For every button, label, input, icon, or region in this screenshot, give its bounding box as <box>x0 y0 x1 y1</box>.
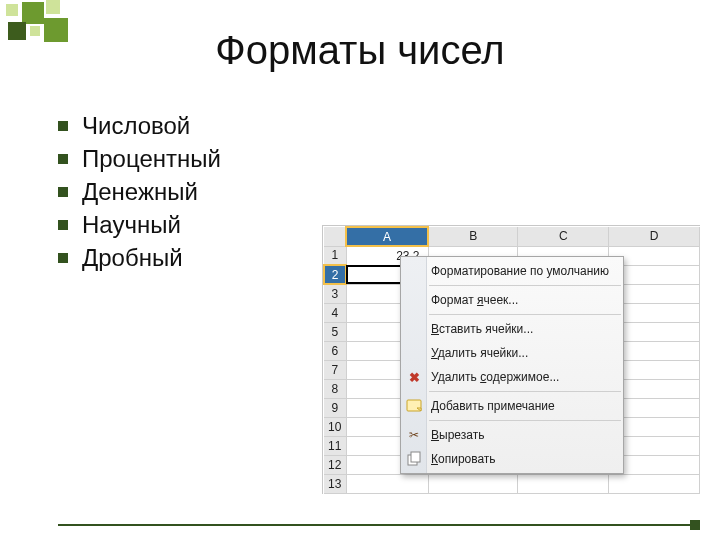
row-header[interactable]: 3 <box>324 284 346 303</box>
menu-item-label: Удалить ячейки... <box>431 346 528 360</box>
cell[interactable] <box>518 474 609 493</box>
deco-square <box>44 18 68 42</box>
bullet-square-icon <box>58 154 68 164</box>
deco-square <box>30 26 40 36</box>
note-icon <box>405 397 423 415</box>
cut-icon: ✂ <box>405 426 423 444</box>
bullet-label: Научный <box>82 208 181 241</box>
row-header[interactable]: 2 <box>324 265 346 284</box>
row-header[interactable]: 10 <box>324 417 346 436</box>
row-header[interactable]: 7 <box>324 360 346 379</box>
copy-icon <box>405 450 423 468</box>
menu-item[interactable]: Вставить ячейки... <box>401 317 623 341</box>
menu-item[interactable]: Добавить примечание <box>401 394 623 418</box>
menu-item[interactable]: Форматирование по умолчанию <box>401 259 623 283</box>
menu-item-label: Добавить примечание <box>431 399 555 413</box>
bullet-label: Числовой <box>82 109 190 142</box>
bullet-label: Дробный <box>82 241 183 274</box>
bullet-square-icon <box>58 220 68 230</box>
column-header-C[interactable]: C <box>518 227 609 246</box>
context-menu: Форматирование по умолчаниюФормат ячеек.… <box>400 256 624 474</box>
menu-item-label: Копировать <box>431 452 496 466</box>
deco-square <box>46 0 60 14</box>
bullet-item: Числовой <box>58 109 221 142</box>
column-header-D[interactable]: D <box>609 227 700 246</box>
deco-square <box>8 22 26 40</box>
bullet-square-icon <box>58 121 68 131</box>
deco-square <box>6 4 18 16</box>
menu-item[interactable]: ✂Вырезать <box>401 423 623 447</box>
bullet-label: Денежный <box>82 175 198 208</box>
menu-item[interactable]: Удалить ячейки... <box>401 341 623 365</box>
bullet-item: Денежный <box>58 175 221 208</box>
menu-item-label: Форматирование по умолчанию <box>431 264 609 278</box>
row-header[interactable]: 12 <box>324 455 346 474</box>
deco-square <box>22 2 44 24</box>
menu-item[interactable]: ✖Удалить содержимое... <box>401 365 623 389</box>
menu-item-label: Вставить ячейки... <box>431 322 533 336</box>
footer-square-icon <box>690 520 700 530</box>
footer-rule <box>58 524 700 526</box>
row-header[interactable]: 1 <box>324 246 346 265</box>
bullet-square-icon <box>58 253 68 263</box>
svg-rect-2 <box>411 452 420 462</box>
select-all-corner[interactable] <box>324 227 346 246</box>
menu-item-label: Удалить содержимое... <box>431 370 559 384</box>
menu-item-label: Формат ячеек... <box>431 293 518 307</box>
slide-decoration <box>0 0 120 60</box>
bullet-item: Научный <box>58 208 221 241</box>
row-header[interactable]: 6 <box>324 341 346 360</box>
column-header-A[interactable]: A <box>346 227 428 246</box>
delete-icon: ✖ <box>405 368 423 386</box>
menu-item-label: Вырезать <box>431 428 484 442</box>
cell[interactable] <box>609 474 700 493</box>
menu-separator <box>429 314 621 315</box>
row-header[interactable]: 5 <box>324 322 346 341</box>
row-header[interactable]: 11 <box>324 436 346 455</box>
row-header[interactable]: 8 <box>324 379 346 398</box>
menu-separator <box>429 420 621 421</box>
row-header[interactable]: 9 <box>324 398 346 417</box>
bullet-square-icon <box>58 187 68 197</box>
menu-item[interactable]: Формат ячеек... <box>401 288 623 312</box>
row-header[interactable]: 4 <box>324 303 346 322</box>
bullet-item: Процентный <box>58 142 221 175</box>
bullet-list: ЧисловойПроцентныйДенежныйНаучныйДробный <box>58 109 221 275</box>
menu-separator <box>429 391 621 392</box>
cell[interactable] <box>428 474 518 493</box>
bullet-item: Дробный <box>58 241 221 274</box>
row-header[interactable]: 13 <box>324 474 346 493</box>
menu-separator <box>429 285 621 286</box>
column-header-B[interactable]: B <box>428 227 518 246</box>
menu-item[interactable]: Копировать <box>401 447 623 471</box>
cell[interactable] <box>346 474 428 493</box>
bullet-label: Процентный <box>82 142 221 175</box>
